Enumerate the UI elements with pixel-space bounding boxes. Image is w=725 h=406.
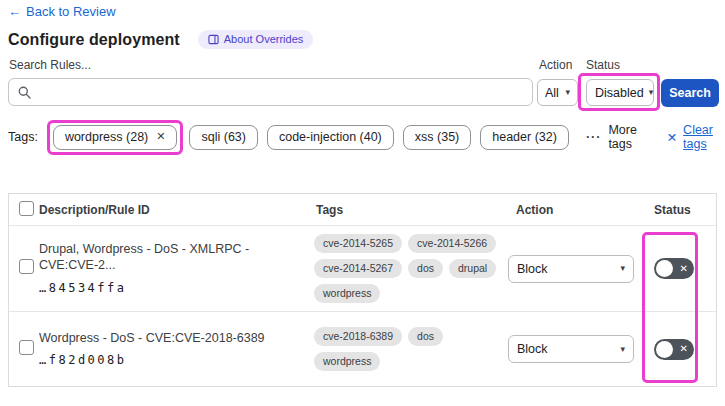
book-icon bbox=[208, 34, 219, 45]
more-tags-label: More tags bbox=[608, 123, 642, 151]
back-arrow-icon: ← bbox=[8, 4, 21, 19]
tag-pill: dos bbox=[408, 259, 443, 278]
action-select[interactable]: Block ▾ bbox=[508, 335, 634, 363]
filter-tag-list: sqli (63)code-injection (40)xss (35)head… bbox=[189, 125, 568, 150]
filter-tag-pill[interactable]: sqli (63) bbox=[189, 125, 257, 150]
selected-tag-pill-wordpress[interactable]: wordpress (28) ✕ bbox=[53, 125, 178, 150]
clear-tags-button[interactable]: ✕ Clear tags bbox=[667, 123, 720, 151]
about-overrides-label: About Overrides bbox=[224, 33, 303, 45]
action-select-value: Block bbox=[517, 342, 548, 356]
tag-pill: drupal bbox=[449, 259, 496, 278]
chevron-down-icon: ▾ bbox=[620, 264, 625, 273]
about-overrides-badge[interactable]: About Overrides bbox=[198, 30, 313, 49]
search-button[interactable]: Search bbox=[661, 79, 719, 107]
toggle-knob bbox=[656, 260, 673, 277]
status-filter-select[interactable]: Disabled ▾ bbox=[586, 79, 654, 106]
more-tags-button[interactable]: ··· More tags bbox=[586, 123, 643, 151]
ellipsis-icon: ··· bbox=[586, 130, 602, 144]
rules-table: Description/Rule ID Tags Action Status D… bbox=[8, 193, 717, 387]
action-select[interactable]: Block ▾ bbox=[508, 255, 634, 283]
rule-description: Drupal, Wordpress - DoS - XMLRPC - CVE:C… bbox=[39, 242, 294, 273]
table-body: Drupal, Wordpress - DoS - XMLRPC - CVE:C… bbox=[9, 225, 716, 386]
table-row: Drupal, Wordpress - DoS - XMLRPC - CVE:C… bbox=[9, 225, 716, 311]
tag-pill: cve-2018-6389 bbox=[314, 327, 402, 346]
rule-id: …f82d008b bbox=[39, 353, 294, 367]
table-row: Wordpress - DoS - CVE:CVE-2018-6389 …f82… bbox=[9, 311, 716, 386]
action-label: Action bbox=[539, 58, 572, 72]
select-all-checkbox[interactable] bbox=[19, 201, 34, 216]
search-rules-input[interactable] bbox=[38, 79, 532, 105]
toggle-x-icon: ✕ bbox=[680, 344, 688, 354]
rule-id: …84534ffa bbox=[39, 281, 294, 295]
column-header-status: Status bbox=[646, 203, 716, 217]
search-icon bbox=[18, 86, 31, 99]
action-filter-select[interactable]: All ▾ bbox=[537, 79, 578, 106]
column-header-description: Description/Rule ID bbox=[39, 203, 308, 217]
status-label: Status bbox=[586, 58, 620, 72]
toggle-x-icon: ✕ bbox=[680, 264, 688, 274]
tag-pill: dos bbox=[408, 327, 443, 346]
rule-tags: cve-2018-6389doswordpress bbox=[308, 327, 504, 371]
tags-bar-label: Tags: bbox=[8, 130, 38, 144]
title-row: Configure deployment About Overrides bbox=[8, 30, 313, 49]
filter-tag-pill[interactable]: header (32) bbox=[480, 125, 569, 150]
status-toggle[interactable]: ✕ bbox=[654, 339, 694, 360]
toggle-knob bbox=[656, 341, 673, 358]
back-to-review-link[interactable]: ← Back to Review bbox=[8, 4, 116, 19]
rule-tags: cve-2014-5265cve-2014-5266cve-2014-5267d… bbox=[308, 234, 504, 303]
tags-bar: Tags: wordpress (28) ✕ sqli (63)code-inj… bbox=[8, 120, 720, 154]
chevron-down-icon: ▾ bbox=[565, 88, 570, 97]
status-toggle[interactable]: ✕ bbox=[654, 258, 694, 279]
column-header-tags: Tags bbox=[308, 203, 508, 217]
highlight-selected-tag: wordpress (28) ✕ bbox=[47, 120, 184, 155]
column-header-action: Action bbox=[508, 203, 646, 217]
tag-pill: wordpress bbox=[314, 284, 380, 303]
row-checkbox[interactable] bbox=[19, 259, 34, 274]
remove-tag-icon[interactable]: ✕ bbox=[156, 130, 165, 143]
action-filter-value: All bbox=[545, 86, 559, 100]
clear-tags-x-icon: ✕ bbox=[667, 130, 677, 145]
tag-pill: wordpress bbox=[314, 352, 380, 371]
chevron-down-icon: ▾ bbox=[649, 88, 654, 97]
table-header-row: Description/Rule ID Tags Action Status bbox=[9, 194, 716, 225]
tag-pill: cve-2014-5266 bbox=[408, 234, 496, 253]
filter-tag-pill[interactable]: code-injection (40) bbox=[267, 125, 394, 150]
tag-pill: cve-2014-5265 bbox=[314, 234, 402, 253]
search-rules-label: Search Rules... bbox=[9, 58, 91, 72]
action-select-value: Block bbox=[517, 262, 548, 276]
tag-pill: cve-2014-5267 bbox=[314, 259, 402, 278]
filter-tag-pill[interactable]: xss (35) bbox=[403, 125, 471, 150]
selected-tag-label: wordpress (28) bbox=[65, 130, 148, 144]
status-filter-value: Disabled bbox=[595, 86, 644, 100]
back-link-label: Back to Review bbox=[26, 4, 116, 19]
clear-tags-label: Clear tags bbox=[683, 123, 720, 151]
search-box bbox=[8, 78, 533, 106]
rule-description: Wordpress - DoS - CVE:CVE-2018-6389 bbox=[39, 331, 294, 347]
chevron-down-icon: ▾ bbox=[620, 345, 625, 354]
page-title: Configure deployment bbox=[8, 31, 180, 49]
row-checkbox[interactable] bbox=[19, 340, 34, 355]
